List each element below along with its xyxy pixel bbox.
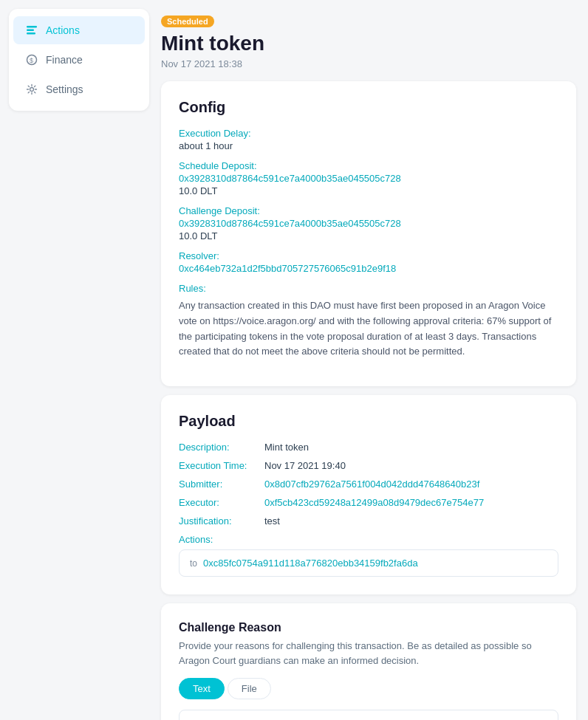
resolver-address[interactable]: 0xc464eb732a1d2f5bbd705727576065c91b2e9f… xyxy=(179,263,558,274)
page-title: Mint token xyxy=(161,32,576,55)
svg-rect-2 xyxy=(27,32,35,35)
submitter-value: 0x8d07cfb29762a7561f004d042ddd47648640b2… xyxy=(264,479,479,490)
svg-text:$: $ xyxy=(30,57,33,64)
svg-point-5 xyxy=(30,88,34,92)
finance-icon: $ xyxy=(25,53,38,66)
executor-value: 0xf5cb423cd59248a12499a08d9479dec67e754e… xyxy=(264,497,484,508)
main-content: Scheduled Mint token Nov 17 2021 18:38 C… xyxy=(149,0,588,720)
config-card: Config Execution Delay: about 1 hour Sch… xyxy=(161,81,576,386)
challenge-deposit-label: Challenge Deposit: xyxy=(179,205,558,216)
description-value: Mint token xyxy=(264,442,309,453)
execution-delay-label: Execution Delay: xyxy=(179,128,558,139)
tab-group: Text File xyxy=(179,678,558,699)
justification-label: Justification: xyxy=(179,515,260,527)
description-label: Description: xyxy=(179,442,260,453)
actions-label: Actions: xyxy=(179,534,558,545)
sidebar-item-actions-label: Actions xyxy=(46,24,80,36)
actions-icon xyxy=(25,24,38,37)
challenge-title: Challenge Reason xyxy=(179,621,558,634)
actions-box: to 0xc85fc0754a911d118a776820ebb34159fb2… xyxy=(179,549,558,577)
sidebar-item-finance[interactable]: $ Finance xyxy=(13,46,145,74)
payload-title: Payload xyxy=(179,413,558,430)
execution-time-label: Execution Time: xyxy=(179,460,260,471)
challenge-deposit-row: Challenge Deposit: 0x3928310d87864c591ce… xyxy=(179,205,558,241)
rules-row: Rules: Any transaction created in this D… xyxy=(179,283,558,360)
execution-delay-value: about 1 hour xyxy=(179,140,558,151)
execution-time-row: Execution Time: Nov 17 2021 19:40 xyxy=(179,460,558,471)
rules-label: Rules: xyxy=(179,283,558,294)
tab-file[interactable]: File xyxy=(228,678,271,699)
resolver-row: Resolver: 0xc464eb732a1d2f5bbd7057275760… xyxy=(179,250,558,274)
executor-label: Executor: xyxy=(179,497,260,508)
challenge-description: Provide your reasons for challenging thi… xyxy=(179,639,558,668)
actions-section: Actions: to 0xc85fc0754a911d118a776820eb… xyxy=(179,534,558,577)
justification-value: test xyxy=(264,515,280,527)
challenge-deposit-address[interactable]: 0x3928310d87864c591ce7a4000b35ae045505c7… xyxy=(179,218,558,229)
challenge-deposit-amount: 10.0 DLT xyxy=(179,230,558,241)
schedule-deposit-amount: 10.0 DLT xyxy=(179,185,558,196)
submitter-label: Submitter: xyxy=(179,479,260,490)
justification-row: Justification: test xyxy=(179,515,558,527)
execution-time-value: Nov 17 2021 19:40 xyxy=(264,460,346,471)
sidebar-item-finance-label: Finance xyxy=(46,54,83,66)
page-header: Scheduled Mint token Nov 17 2021 18:38 xyxy=(161,9,576,72)
executor-row: Executor: 0xf5cb423cd59248a12499a08d9479… xyxy=(179,497,558,508)
submitter-row: Submitter: 0x8d07cfb29762a7561f004d042dd… xyxy=(179,479,558,490)
payload-card: Payload Description: Mint token Executio… xyxy=(161,395,576,594)
svg-rect-1 xyxy=(27,30,34,32)
sidebar-item-actions[interactable]: Actions xyxy=(13,16,145,44)
schedule-deposit-label: Schedule Deposit: xyxy=(179,160,558,171)
description-row: Description: Mint token xyxy=(179,442,558,453)
status-badge: Scheduled xyxy=(161,16,214,27)
sidebar-item-settings[interactable]: Settings xyxy=(13,75,145,103)
schedule-deposit-address[interactable]: 0x3928310d87864c591ce7a4000b35ae045505c7… xyxy=(179,173,558,184)
actions-to-row: to 0xc85fc0754a911d118a776820ebb34159fb2… xyxy=(190,558,547,569)
config-title: Config xyxy=(179,99,558,116)
actions-to-label: to xyxy=(190,558,197,569)
schedule-deposit-row: Schedule Deposit: 0x3928310d87864c591ce7… xyxy=(179,160,558,196)
actions-to-value: 0xc85fc0754a911d118a776820ebb34159fb2fa6… xyxy=(203,558,418,569)
resolver-label: Resolver: xyxy=(179,250,558,261)
sidebar-item-settings-label: Settings xyxy=(46,83,83,95)
sidebar: Actions $ Finance Settings xyxy=(9,9,149,111)
svg-rect-0 xyxy=(27,26,37,28)
rules-text: Any transaction created in this DAO must… xyxy=(179,298,558,360)
tab-text[interactable]: Text xyxy=(179,678,225,699)
execution-delay-row: Execution Delay: about 1 hour xyxy=(179,128,558,151)
settings-icon xyxy=(25,83,38,96)
challenge-card: Challenge Reason Provide your reasons fo… xyxy=(161,603,576,720)
page-date: Nov 17 2021 18:38 xyxy=(161,58,576,69)
challenge-textarea[interactable]: test xyxy=(179,710,558,720)
